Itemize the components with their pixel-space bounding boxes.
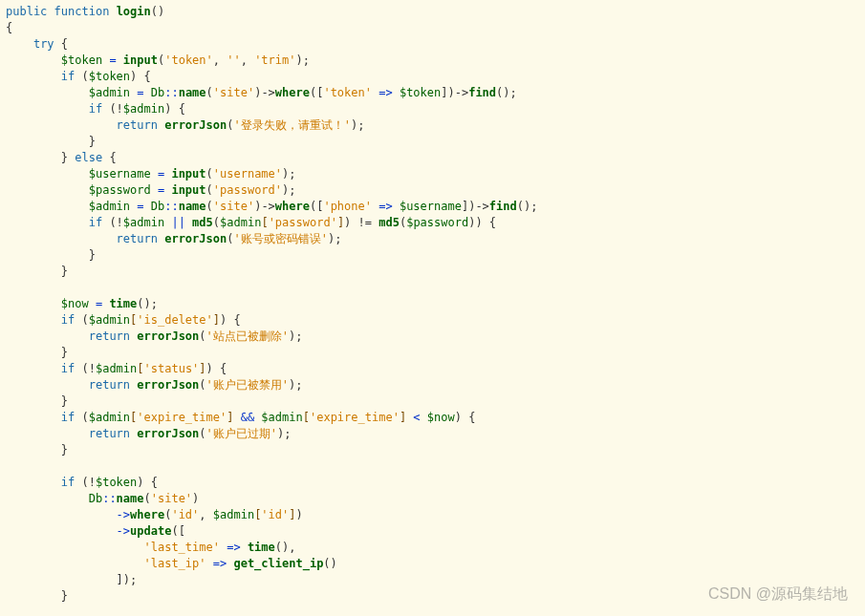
code-line: ->where('id', $admin['id']): [6, 508, 303, 521]
code-line: if (!$admin) {: [6, 102, 185, 116]
code-line: return errorJson('账号或密码错误');: [6, 232, 341, 245]
code-line: $token = input('token', '', 'trim');: [6, 53, 310, 67]
code-line: if ($admin['expire_time'] && $admin['exp…: [6, 411, 475, 424]
code-line: return errorJson('登录失败，请重试！');: [6, 118, 364, 132]
code-line: }: [6, 265, 68, 278]
code-line: $admin = Db::name('site')->where(['phone…: [6, 200, 537, 213]
code-line: if (!$token) {: [6, 476, 158, 489]
code-line: }: [6, 443, 68, 457]
code-line: if (!$admin['status']) {: [6, 362, 227, 375]
code-line: return errorJson('账户已过期');: [6, 427, 291, 440]
code-line: if (!$admin || md5($admin['password']) !…: [6, 216, 496, 229]
code-line: } else {: [6, 151, 117, 164]
code-line: [6, 459, 12, 473]
code-line: if ($admin['is_delete']) {: [6, 313, 241, 327]
code-line: $username = input('username');: [6, 167, 295, 181]
code-line: [6, 281, 12, 294]
code-line: }: [6, 346, 68, 359]
code-line: $admin = Db::name('site')->where(['token…: [6, 86, 517, 99]
code-line: }: [6, 394, 68, 408]
code-line: }: [6, 248, 96, 262]
code-block: public function login() { try { $token =…: [0, 0, 865, 608]
code-line: return errorJson('账户已被禁用');: [6, 378, 302, 392]
code-line: public function login(): [6, 5, 164, 18]
code-line: ->update([: [6, 524, 185, 538]
code-line: $now = time();: [6, 297, 158, 310]
code-line: return errorJson('站点已被删除');: [6, 329, 302, 343]
code-line: 'last_time' => time(),: [6, 541, 295, 554]
code-line: Db::name('site'): [6, 492, 199, 505]
code-line: $password = input('password');: [6, 183, 295, 197]
code-line: 'last_ip' => get_client_ip(): [6, 557, 337, 570]
code-line: {: [6, 21, 12, 34]
code-line: try {: [6, 37, 68, 51]
code-line: }: [6, 589, 68, 603]
code-line: if ($token) {: [6, 70, 151, 83]
code-line: ]);: [6, 573, 137, 586]
code-line: }: [6, 135, 96, 148]
